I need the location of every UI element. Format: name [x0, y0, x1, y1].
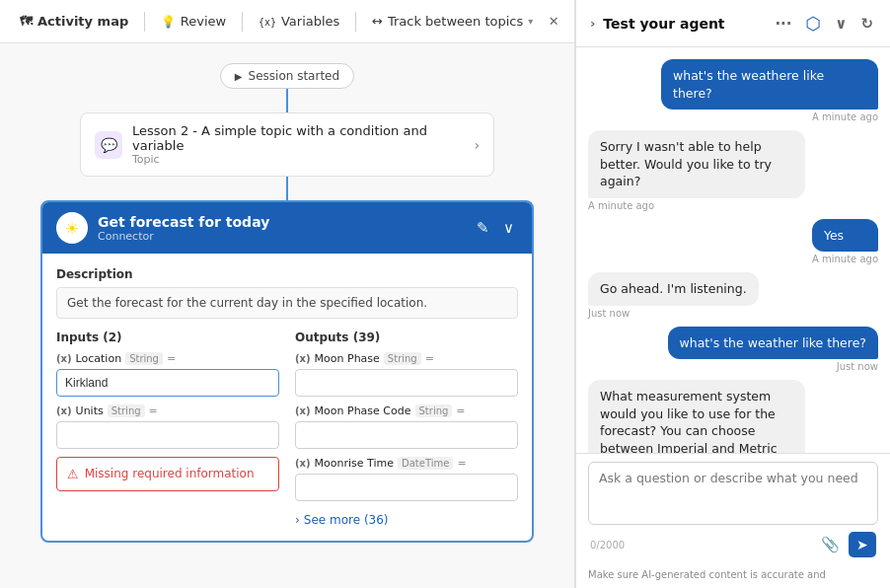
units-input[interactable] — [56, 421, 279, 449]
chevron-down-icon[interactable]: ∨ — [832, 12, 850, 36]
moon-phase-param-row: (x) Moon Phase String = — [295, 352, 518, 365]
moon-phase-code-param-row: (x) Moon Phase Code String = — [295, 404, 518, 417]
outputs-column: Outputs (39) (x) Moon Phase String = — [295, 331, 518, 527]
units-param-type: String — [108, 404, 145, 417]
topic-title: Lesson 2 - A simple topic with a conditi… — [132, 123, 464, 153]
map-icon — [20, 14, 33, 29]
moonrise-time-param-name: Moonrise Time — [315, 457, 394, 470]
track-arrow-icon: ▾ — [528, 16, 533, 27]
bot-bubble-1: Sorry I wasn't able to help better. Woul… — [588, 130, 805, 198]
nav-review[interactable]: Review — [153, 8, 234, 35]
moon-phase-param-name: Moon Phase — [315, 352, 380, 365]
inputs-header: Inputs (2) — [56, 331, 279, 344]
chat-disclaimer: Make sure AI-generated content is accura… — [576, 565, 890, 588]
nav-divider-1 — [144, 12, 145, 32]
chat-input[interactable] — [588, 462, 878, 525]
moon-phase-input[interactable] — [295, 369, 518, 397]
moon-phase-type: String — [384, 352, 421, 365]
connector-header: Get forecast for today Connector ✎ ∨ — [42, 202, 532, 254]
user-bubble-2: Yes — [812, 219, 878, 253]
bot-message-1: Sorry I wasn't able to help better. Woul… — [588, 130, 805, 211]
units-x-icon: (x) — [56, 405, 72, 416]
left-panel: Activity map Review Variables Track betw… — [0, 0, 575, 588]
chat-header-title: Test your agent — [603, 16, 724, 32]
bot-bubble-2: Go ahead. I'm listening. — [588, 272, 759, 306]
moonrise-time-eq: = — [457, 457, 466, 470]
refresh-icon[interactable]: ↻ — [857, 12, 876, 36]
topic-subtitle: Topic — [132, 153, 464, 166]
chat-footer-icons: 📎 ➤ — [818, 532, 876, 557]
bot-time-2: Just now — [588, 308, 759, 319]
more-options-icon[interactable]: ··· — [772, 12, 794, 36]
error-warning-icon: ⚠ — [67, 467, 79, 481]
char-count: 0/2000 — [590, 540, 625, 551]
chat-header: › Test your agent ··· ⬡ ∨ ↻ — [576, 0, 890, 47]
location-x-icon: (x) — [56, 353, 72, 364]
chat-bubble-icon: 💬 — [101, 137, 117, 153]
moon-phase-x-icon: (x) — [295, 353, 311, 364]
bot-time-1: A minute ago — [588, 200, 805, 211]
send-button[interactable]: ➤ — [849, 532, 876, 557]
user-time-2: A minute ago — [812, 254, 878, 264]
connector-body: Description Get the forecast for the cur… — [42, 254, 532, 541]
review-icon — [161, 14, 176, 29]
moonrise-time-type: DateTime — [398, 457, 453, 470]
session-started-badge: Session started — [220, 63, 354, 89]
moonrise-time-input[interactable] — [295, 474, 518, 501]
connector-card: Get forecast for today Connector ✎ ∨ Des… — [40, 200, 534, 543]
right-panel: › Test your agent ··· ⬡ ∨ ↻ what's the w… — [575, 0, 890, 588]
edit-connector-button[interactable]: ✎ — [473, 217, 493, 239]
see-more-button[interactable]: › See more (36) — [295, 513, 518, 527]
user-message-2: Yes A minute ago — [812, 219, 878, 265]
error-text: Missing required information — [85, 466, 255, 482]
location-input[interactable] — [56, 369, 279, 397]
topic-chevron-icon[interactable]: › — [474, 137, 480, 153]
track-icon — [372, 14, 383, 29]
user-bubble-3: what's the weather like there? — [668, 327, 878, 360]
moon-phase-code-input[interactable] — [295, 421, 518, 449]
expand-connector-button[interactable]: ∨ — [499, 217, 518, 239]
nav-divider-2 — [242, 12, 243, 32]
units-eq: = — [149, 404, 158, 417]
error-box: ⚠ Missing required information — [56, 457, 279, 491]
user-time-3: Just now — [668, 361, 878, 372]
attach-button[interactable]: 📎 — [818, 533, 843, 556]
bot-bubble-3: What measurement system would you like t… — [588, 380, 805, 453]
connector-title: Get forecast for today — [98, 214, 463, 230]
moon-phase-code-eq: = — [456, 404, 465, 417]
moon-phase-code-param-name: Moon Phase Code — [315, 404, 411, 417]
nav-track[interactable]: Track between topics ▾ — [364, 8, 541, 35]
io-columns: Inputs (2) (x) Location String = — [56, 331, 518, 527]
user-bubble-1: what's the weathere like there? — [661, 59, 878, 110]
canvas-area: Session started 💬 Lesson 2 - A simple to… — [0, 43, 574, 588]
close-button[interactable]: ✕ — [545, 8, 562, 36]
location-param-row: (x) Location String = — [56, 352, 279, 365]
moon-phase-code-x-icon: (x) — [295, 405, 311, 416]
nav-variables[interactable]: Variables — [251, 8, 347, 35]
play-icon — [235, 69, 243, 83]
outputs-header: Outputs (39) — [295, 331, 518, 344]
connector-type: Connector — [98, 230, 463, 243]
see-more-chevron-icon: › — [295, 513, 300, 527]
location-param-name: Location — [76, 352, 122, 365]
connector-actions: ✎ ∨ — [473, 217, 518, 239]
flow-line-2 — [286, 177, 288, 200]
connector-wrapper: Get forecast for today Connector ✎ ∨ Des… — [40, 200, 534, 543]
expand-icon: › — [590, 16, 595, 31]
nav-divider-3 — [355, 12, 356, 32]
sun-icon — [65, 219, 79, 238]
topic-content: Lesson 2 - A simple topic with a conditi… — [132, 123, 464, 166]
moonrise-time-param-row: (x) Moonrise Time DateTime = — [295, 457, 518, 470]
nav-activity-map[interactable]: Activity map — [12, 8, 136, 35]
units-param-name: Units — [76, 404, 104, 417]
topic-card[interactable]: 💬 Lesson 2 - A simple topic with a condi… — [80, 112, 494, 177]
flow-line-1 — [286, 89, 288, 112]
variables-icon — [259, 14, 276, 29]
copilot-brand-icon: ⬡ — [803, 10, 825, 37]
chat-input-area: 0/2000 📎 ➤ — [576, 453, 890, 565]
chat-input-footer: 0/2000 📎 ➤ — [588, 532, 878, 557]
connector-sun-icon — [56, 212, 88, 244]
bot-message-2: Go ahead. I'm listening. Just now — [588, 272, 759, 319]
moon-phase-eq: = — [425, 352, 434, 365]
location-eq: = — [167, 352, 176, 365]
